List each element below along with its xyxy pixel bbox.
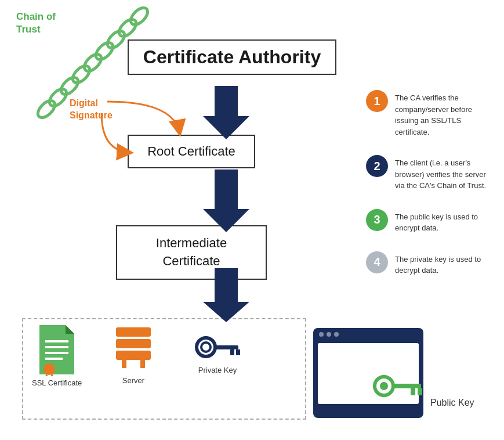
digital-signature-label: Digital Signature (70, 98, 113, 122)
browser-screen (318, 343, 419, 404)
svg-point-1 (116, 16, 139, 39)
svg-point-4 (81, 51, 104, 74)
svg-marker-36 (203, 86, 249, 139)
numbered-text-3: The public key is used to encrypt data. (395, 209, 494, 234)
public-key-label: Public Key (430, 398, 474, 408)
svg-point-0 (128, 5, 151, 28)
numbered-item-1: 1 The CA verifies the company/server bef… (366, 90, 494, 138)
svg-point-23 (197, 338, 215, 356)
svg-rect-32 (418, 388, 422, 395)
ssl-certificate-icon (37, 325, 77, 376)
number-circle-2: 2 (366, 155, 388, 177)
svg-rect-19 (116, 339, 151, 348)
private-key-label: Private Key (198, 366, 237, 374)
svg-line-16 (45, 374, 47, 376)
ssl-label: SSL Certificate (32, 378, 82, 387)
certificate-authority-title: Certificate Authority (143, 46, 321, 67)
svg-rect-18 (116, 327, 151, 337)
svg-point-2 (104, 28, 128, 51)
svg-line-17 (52, 374, 54, 376)
certificate-authority-box: Certificate Authority (128, 39, 336, 75)
number-circle-1: 1 (366, 90, 388, 112)
public-key-in-browser-icon (372, 372, 425, 401)
browser-dot-3 (334, 332, 339, 337)
numbered-item-4: 4 The private key is used to decrypt dat… (366, 251, 494, 276)
svg-marker-10 (66, 325, 74, 334)
svg-rect-20 (116, 351, 151, 360)
svg-rect-22 (140, 360, 145, 368)
svg-point-7 (46, 86, 70, 109)
numbered-text-4: The private key is used to decrypt data. (395, 251, 494, 276)
svg-marker-37 (203, 169, 249, 232)
intermediate-certificate-label: Intermediate Certificate (156, 236, 227, 268)
browser-dot-2 (327, 332, 331, 337)
svg-point-6 (58, 74, 81, 98)
number-circle-4: 4 (366, 251, 388, 273)
bottom-dashed-box: SSL Certificate Server Private Key (22, 318, 306, 420)
root-certificate-label: Root Certificate (147, 144, 235, 158)
svg-rect-21 (122, 360, 126, 368)
svg-point-3 (93, 39, 116, 63)
numbered-item-3: 3 The public key is used to encrypt data… (366, 209, 494, 234)
svg-rect-30 (392, 384, 421, 388)
svg-rect-27 (236, 349, 240, 355)
numbered-text-1: The CA verifies the company/server befor… (395, 90, 494, 138)
server-icon (113, 327, 154, 374)
svg-point-5 (70, 63, 93, 86)
svg-rect-26 (230, 349, 234, 355)
svg-point-8 (35, 98, 58, 121)
svg-rect-31 (411, 388, 415, 395)
intermediate-certificate-box: Intermediate Certificate (116, 225, 267, 280)
browser-window-box (313, 328, 423, 418)
numbered-item-2: 2 The client (i.e. a user's browser) ver… (366, 155, 494, 192)
svg-point-15 (43, 363, 55, 375)
browser-dot-1 (319, 332, 324, 337)
server-label: Server (122, 376, 144, 385)
svg-point-29 (380, 382, 388, 390)
number-circle-3: 3 (366, 209, 388, 231)
numbered-list: 1 The CA verifies the company/server bef… (366, 90, 494, 294)
svg-rect-25 (214, 345, 238, 349)
root-certificate-box: Root Certificate (128, 135, 255, 168)
private-key-icon (194, 336, 241, 363)
numbered-text-2: The client (i.e. a user's browser) verif… (395, 155, 494, 192)
svg-point-24 (201, 342, 211, 352)
